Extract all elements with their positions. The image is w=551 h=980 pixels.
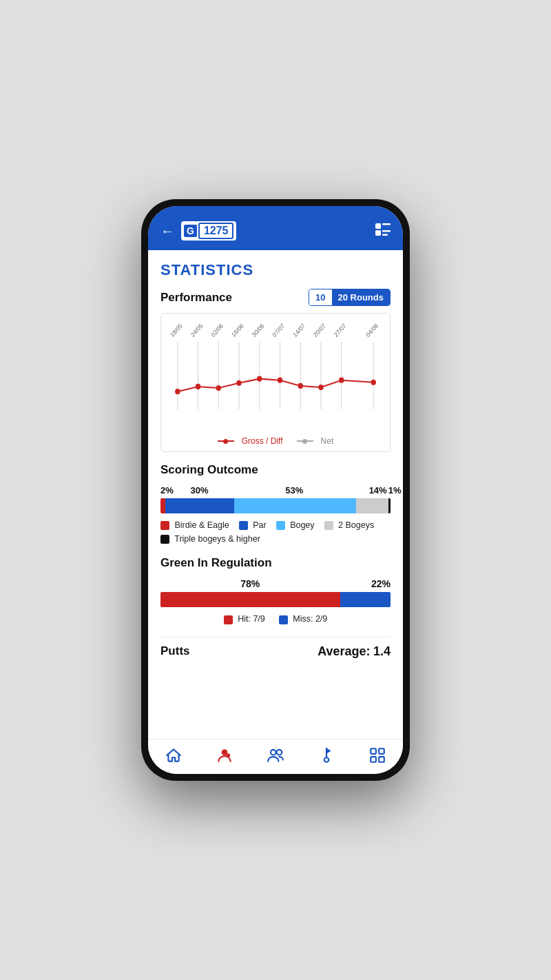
nav-home[interactable]: [165, 746, 183, 764]
status-bar: [148, 206, 403, 214]
swatch-birdie: [160, 521, 169, 530]
scoring-legend: Birdie & Eagle Par Bogey 2 Bogeys: [160, 520, 391, 544]
swatch-triple: [160, 535, 169, 544]
legend-bogey: Bogey: [276, 520, 315, 530]
nav-profile[interactable]: [216, 746, 233, 764]
scoring-section: Scoring Outcome 2% 30% 53% 14% 1%: [160, 463, 391, 544]
performance-header: Performance 10 20 Rounds: [160, 289, 391, 306]
triple-pct: 1%: [388, 485, 391, 496]
nav-group[interactable]: [267, 746, 284, 764]
legend-net: Net: [297, 436, 334, 446]
main-content: STATISTICS Performance 10 20 Rounds: [148, 250, 403, 739]
gir-section: Green In Regulation 78% 22% Hit: 7/9: [160, 556, 391, 624]
svg-text:20/07: 20/07: [312, 322, 327, 338]
svg-text:07/07: 07/07: [271, 322, 287, 338]
two-bogeys-pct: 14%: [355, 485, 386, 496]
logo-letter: G: [184, 225, 197, 237]
putts-average: Average: 1.4: [318, 644, 391, 659]
gir-percentages: 78% 22%: [160, 578, 391, 589]
app-header: ← G 1275: [148, 214, 403, 250]
svg-text:04/08: 04/08: [364, 322, 380, 338]
scoring-title: Scoring Outcome: [160, 463, 391, 477]
svg-point-30: [278, 378, 282, 383]
toggle-20-button[interactable]: 20 Rounds: [332, 289, 390, 305]
svg-point-39: [324, 757, 329, 762]
toggle-10-button[interactable]: 10: [309, 289, 331, 305]
bar-bogey: [234, 498, 356, 513]
gir-bar: [160, 592, 391, 607]
svg-point-26: [196, 384, 200, 389]
svg-rect-42: [379, 748, 384, 754]
svg-rect-1: [382, 223, 391, 225]
svg-point-29: [257, 376, 262, 382]
chart-legend: Gross / Diff Net: [167, 436, 384, 446]
svg-point-34: [371, 380, 375, 385]
phone-frame: ← G 1275 STATISTICS Per: [141, 199, 410, 781]
legend-par: Par: [239, 520, 267, 530]
legend-two-bogeys: 2 Bogeys: [324, 520, 375, 530]
label-birdie: Birdie & Eagle: [174, 520, 229, 530]
performance-title: Performance: [160, 291, 232, 305]
chart-svg: 18/05 24/05 02/06 16/06 30/06 07/07 14/0…: [167, 320, 384, 431]
swatch-bogey: [276, 521, 285, 530]
svg-text:02/06: 02/06: [210, 322, 225, 338]
svg-text:16/06: 16/06: [230, 322, 245, 338]
nav-grid[interactable]: [368, 746, 386, 764]
par-pct: 30%: [165, 485, 234, 496]
gir-hit-pct: 78%: [160, 578, 340, 589]
svg-text:24/05: 24/05: [189, 322, 205, 338]
phone-screen: ← G 1275 STATISTICS Per: [148, 206, 403, 774]
svg-rect-44: [379, 757, 384, 762]
chart-area: 18/05 24/05 02/06 16/06 30/06 07/07 14/0…: [167, 320, 384, 431]
back-button[interactable]: ←: [160, 223, 174, 239]
svg-rect-41: [371, 748, 376, 754]
rounds-toggle: 10 20 Rounds: [309, 289, 391, 306]
gir-miss-pct: 22%: [340, 578, 391, 589]
bar-par: [165, 498, 234, 513]
header-left: ← G 1275: [160, 221, 236, 241]
bottom-nav: [148, 739, 403, 774]
swatch-par: [239, 521, 248, 530]
gir-title: Green In Regulation: [160, 556, 391, 570]
gir-legend: Hit: 7/9 Miss: 2/9: [160, 614, 391, 624]
swatch-gir-miss: [279, 615, 288, 624]
handicap-value: 1275: [198, 223, 234, 239]
legend-gross: Gross / Diff: [218, 436, 283, 446]
nav-golf[interactable]: [318, 746, 335, 764]
bar-two-bogeys: [356, 498, 388, 513]
svg-point-25: [175, 389, 180, 394]
svg-point-33: [339, 378, 344, 383]
swatch-gir-hit: [224, 615, 233, 624]
scoring-bar: [160, 498, 391, 513]
swatch-two-bogeys: [324, 521, 333, 530]
bogey-pct: 53%: [233, 485, 355, 496]
putts-section: Putts Average: 1.4: [160, 637, 391, 662]
svg-point-31: [298, 383, 303, 389]
birdie-eagle-pct: 2%: [160, 485, 165, 496]
legend-triple: Triple bogeys & higher: [160, 534, 260, 544]
svg-text:30/06: 30/06: [251, 322, 266, 338]
label-bogey: Bogey: [290, 520, 314, 530]
svg-point-32: [318, 385, 323, 390]
scoring-percentages: 2% 30% 53% 14% 1%: [160, 485, 391, 496]
label-two-bogeys: 2 Bogeys: [338, 520, 374, 530]
svg-rect-2: [375, 230, 381, 236]
putts-title: Putts: [160, 644, 190, 658]
gir-bar-hit: [160, 592, 340, 607]
svg-point-35: [222, 749, 228, 755]
bar-triple: [388, 498, 391, 513]
svg-text:18/05: 18/05: [169, 322, 184, 338]
gir-legend-hit: Hit: 7/9: [224, 614, 265, 624]
gir-legend-miss: Miss: 2/9: [279, 614, 328, 624]
page-title: STATISTICS: [160, 261, 391, 279]
label-gir-miss: Miss: 2/9: [293, 614, 327, 624]
svg-rect-43: [371, 757, 376, 762]
svg-point-37: [271, 750, 276, 755]
svg-text:14/07: 14/07: [292, 322, 307, 338]
label-par: Par: [253, 520, 266, 530]
legend-birdie-eagle: Birdie & Eagle: [160, 520, 229, 530]
gir-bar-miss: [340, 592, 391, 607]
menu-button[interactable]: [375, 223, 391, 239]
logo-badge: G 1275: [181, 221, 236, 241]
svg-point-38: [277, 750, 282, 755]
